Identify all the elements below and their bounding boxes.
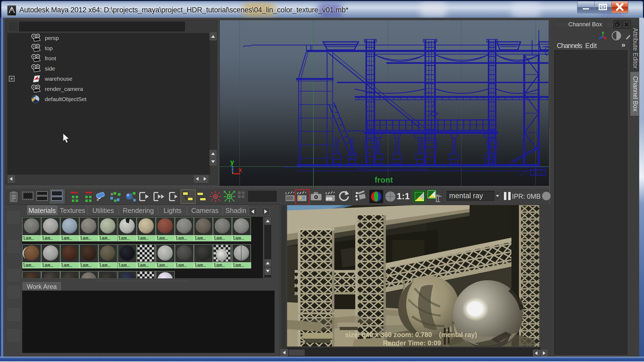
svg-text:x: x [238, 166, 242, 174]
svg-text:IPR: IPR [326, 197, 332, 201]
svg-text:y: y [230, 158, 234, 166]
svg-text:front: front [375, 175, 393, 184]
